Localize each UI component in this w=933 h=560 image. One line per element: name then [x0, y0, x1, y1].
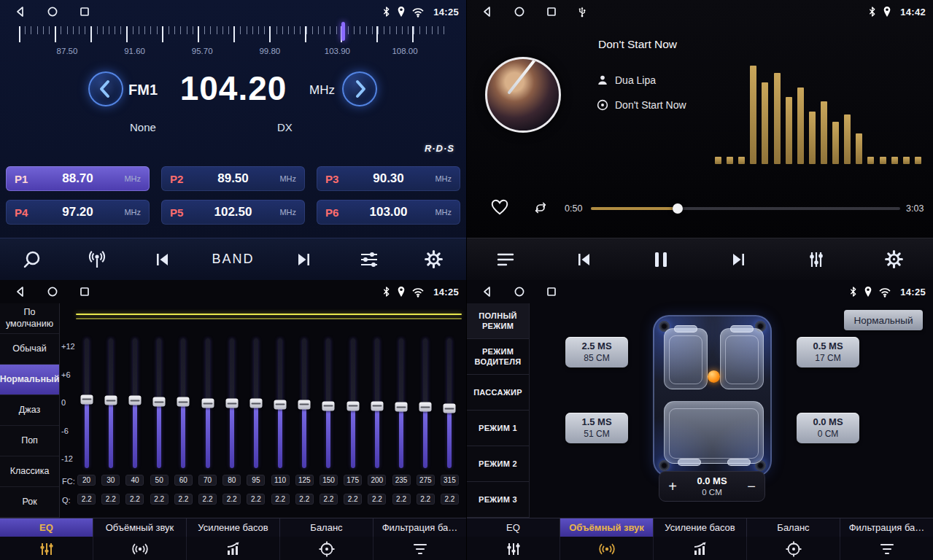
sound-profile-button[interactable]: Нормальный	[844, 310, 923, 330]
scan-button[interactable]	[18, 244, 47, 276]
back-button[interactable]	[15, 6, 26, 18]
delay-front-right-button[interactable]: 0.5 MS 17 CM	[797, 337, 859, 368]
next-track-button[interactable]	[724, 244, 754, 276]
settings-gear-button[interactable]	[880, 244, 909, 276]
broadcast-button[interactable]	[82, 244, 112, 276]
audio-tab-bass-boost[interactable]: Усиление басов	[654, 518, 747, 537]
eq-band-30hz[interactable]	[98, 338, 123, 468]
recents-button[interactable]	[79, 6, 90, 18]
surround-sound-icon[interactable]	[560, 537, 654, 560]
home-button[interactable]	[47, 6, 58, 18]
back-button[interactable]	[481, 6, 493, 18]
bass-boost-icon[interactable]	[654, 537, 747, 560]
eq-preset-item[interactable]: Нормальный	[0, 365, 59, 395]
favorite-button[interactable]	[490, 198, 509, 218]
preset-p3-button[interactable]: P390.30MHz	[317, 166, 460, 191]
audio-tab-filter[interactable]: Фильтрация ба…	[373, 518, 466, 537]
eq-preset-item[interactable]: Поп	[0, 426, 59, 456]
filter-icon[interactable]	[840, 537, 933, 560]
bass-boost-icon[interactable]	[187, 537, 280, 560]
eq-preset-item[interactable]: По умолчанию	[0, 303, 59, 334]
recents-button[interactable]	[546, 286, 557, 298]
pause-button[interactable]	[646, 244, 675, 276]
previous-track-button[interactable]	[569, 244, 598, 276]
listening-mode-item[interactable]: ПАССАЖИР	[467, 375, 529, 411]
listening-mode-item[interactable]: РЕЖИМ ВОДИТЕЛЯ	[467, 339, 529, 375]
eq-preset-item[interactable]: Джаз	[0, 395, 59, 426]
eq-slider-handle[interactable]	[298, 400, 311, 409]
eq-band-125hz[interactable]	[293, 338, 317, 468]
increase-delay-button[interactable]: +	[659, 472, 686, 501]
home-button[interactable]	[47, 286, 58, 298]
balance-icon[interactable]	[280, 537, 373, 560]
back-button[interactable]	[15, 286, 26, 298]
home-button[interactable]	[514, 286, 525, 298]
preset-p6-button[interactable]: P6103.00MHz	[317, 200, 460, 225]
eq-slider-handle[interactable]	[249, 399, 262, 408]
eq-band-20hz[interactable]	[74, 338, 98, 468]
audio-tab-filter[interactable]: Фильтрация ба…	[840, 518, 933, 537]
listening-mode-item[interactable]: ПОЛНЫЙ РЕЖИМ	[467, 303, 529, 339]
eq-slider-handle[interactable]	[395, 402, 408, 412]
preset-p5-button[interactable]: P5102.50MHz	[161, 200, 305, 225]
eq-band-60hz[interactable]	[171, 338, 195, 468]
eq-sliders-icon[interactable]	[0, 537, 93, 560]
filter-icon[interactable]	[373, 537, 466, 560]
audio-tab-balance[interactable]: Баланс	[280, 518, 373, 537]
eq-slider-handle[interactable]	[80, 394, 93, 404]
repeat-button[interactable]	[531, 199, 550, 219]
eq-slider-handle[interactable]	[347, 401, 359, 411]
playlist-button[interactable]	[491, 244, 520, 276]
eq-band-50hz[interactable]	[147, 338, 171, 468]
eq-slider-handle[interactable]	[104, 396, 117, 405]
eq-slider-handle[interactable]	[201, 399, 214, 408]
eq-band-275hz[interactable]	[414, 338, 438, 468]
eq-slider-handle[interactable]	[177, 397, 190, 407]
delay-rear-left-button[interactable]: 1.5 MS 51 CM	[565, 413, 628, 443]
eq-band-70hz[interactable]	[195, 338, 220, 468]
eq-band-110hz[interactable]	[268, 338, 293, 468]
back-button[interactable]	[481, 286, 493, 298]
listening-mode-item[interactable]: РЕЖИМ 1	[467, 411, 529, 446]
eq-band-150hz[interactable]	[317, 338, 341, 468]
listening-mode-item[interactable]: РЕЖИМ 2	[467, 446, 529, 482]
eq-slider-handle[interactable]	[322, 401, 335, 411]
preset-p4-button[interactable]: P497.20MHz	[6, 200, 150, 225]
eq-slider-handle[interactable]	[153, 397, 166, 407]
audio-tab-surround-sound[interactable]: Объёмный звук	[560, 518, 654, 537]
listening-position-marker[interactable]	[708, 370, 720, 383]
equalizer-button[interactable]	[802, 244, 831, 276]
eq-preset-item[interactable]: Обычай	[0, 334, 59, 365]
eq-slider-handle[interactable]	[225, 399, 238, 408]
tune-down-button[interactable]	[88, 71, 123, 106]
eq-sliders-icon[interactable]	[467, 537, 560, 560]
eq-slider-handle[interactable]	[419, 402, 432, 412]
eq-band-315hz[interactable]	[438, 338, 462, 468]
audio-tab-balance[interactable]: Баланс	[747, 518, 840, 537]
eq-band-80hz[interactable]	[220, 338, 244, 468]
delay-front-left-button[interactable]: 2.5 MS 85 CM	[565, 337, 628, 368]
tune-up-button[interactable]	[342, 71, 377, 106]
preset-p2-button[interactable]: P289.50MHz	[161, 166, 305, 191]
eq-slider-handle[interactable]	[444, 404, 456, 413]
listening-mode-item[interactable]: РЕЖИМ 3	[467, 482, 529, 518]
eq-band-200hz[interactable]	[365, 338, 389, 468]
previous-station-button[interactable]	[147, 244, 177, 276]
band-button[interactable]: BAND	[212, 244, 254, 276]
recents-button[interactable]	[79, 286, 90, 298]
eq-preset-item[interactable]: Рок	[0, 487, 59, 518]
eq-preset-item[interactable]: Классика	[0, 456, 59, 487]
recents-button[interactable]	[546, 6, 557, 18]
eq-band-235hz[interactable]	[389, 338, 413, 468]
delay-rear-right-button[interactable]: 0.0 MS 0 CM	[797, 413, 859, 443]
audio-settings-button[interactable]	[355, 244, 384, 276]
progress-bar[interactable]	[591, 207, 900, 210]
surround-sound-icon[interactable]	[93, 537, 187, 560]
audio-tab-bass-boost[interactable]: Усиление басов	[187, 518, 280, 537]
frequency-ruler[interactable]	[19, 26, 447, 42]
audio-tab-eq[interactable]: EQ	[467, 518, 560, 537]
audio-tab-eq[interactable]: EQ	[0, 518, 93, 537]
audio-tab-surround-sound[interactable]: Объёмный звук	[93, 518, 187, 537]
eq-slider-handle[interactable]	[371, 401, 383, 411]
decrease-delay-button[interactable]: −	[738, 472, 764, 501]
